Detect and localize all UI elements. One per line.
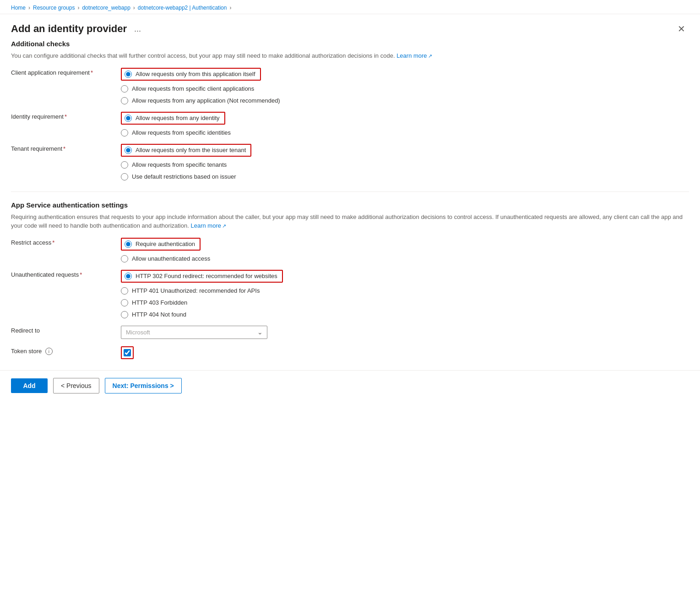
additional-checks-section: Additional checks You can configure addi…: [11, 40, 689, 180]
app-service-auth-desc: Requiring authentication ensures that re…: [11, 213, 689, 230]
token-store-row: Token store i: [11, 346, 689, 359]
unauthenticated-requests-label: Unauthenticated requests*: [11, 270, 121, 278]
page-title: Add an identity provider: [11, 23, 127, 35]
redirect-to-select-wrapper: Microsoft: [121, 326, 267, 339]
additional-checks-title: Additional checks: [11, 40, 689, 48]
restrict-access-option-0[interactable]: Require authentication: [121, 238, 210, 251]
redirect-to-row: Redirect to Microsoft: [11, 326, 689, 339]
app-service-auth-title: App Service authentication settings: [11, 201, 689, 209]
identity-req-radio-group: Allow requests from any identity Allow r…: [121, 112, 231, 137]
breadcrumb-home[interactable]: Home: [11, 5, 26, 11]
additional-checks-learn-more[interactable]: Learn more↗: [396, 52, 432, 59]
tenant-req-label: Tenant requirement*: [11, 144, 121, 152]
restrict-access-option-1[interactable]: Allow unauthenticated access: [121, 255, 210, 262]
unauth-req-option-0[interactable]: HTTP 302 Found redirect: recommended for…: [121, 270, 283, 283]
add-button[interactable]: Add: [11, 378, 48, 393]
redirect-to-label: Redirect to: [11, 326, 121, 334]
identity-req-label: Identity requirement*: [11, 112, 121, 120]
restrict-access-row: Restrict access* Require authentication …: [11, 238, 689, 262]
breadcrumb-authentication[interactable]: dotnetcore-webapp2 | Authentication: [138, 5, 227, 11]
breadcrumb-resource-groups[interactable]: Resource groups: [33, 5, 75, 11]
tenant-option-1[interactable]: Allow requests from specific tenants: [121, 161, 251, 169]
unauth-req-option-2[interactable]: HTTP 403 Forbidden: [121, 299, 283, 306]
close-button[interactable]: ✕: [674, 22, 689, 36]
unauth-req-option-1[interactable]: HTTP 401 Unauthorized: recommended for A…: [121, 287, 283, 295]
unauth-req-option-3[interactable]: HTTP 404 Not found: [121, 311, 283, 318]
restrict-access-label: Restrict access*: [11, 238, 121, 246]
token-store-info-icon: i: [45, 348, 53, 355]
breadcrumb: Home › Resource groups › dotnetcore_weba…: [0, 0, 700, 14]
client-app-option-0[interactable]: Allow requests only from this applicatio…: [121, 68, 280, 81]
identity-req-row: Identity requirement* Allow requests fro…: [11, 112, 689, 137]
identity-option-0[interactable]: Allow requests from any identity: [121, 112, 231, 125]
page-header: Add an identity provider ... ✕: [0, 14, 700, 40]
additional-checks-desc: You can configure additional checks that…: [11, 51, 689, 60]
token-store-checkbox-highlight: [121, 346, 134, 359]
tenant-option-2[interactable]: Use default restrictions based on issuer: [121, 173, 251, 180]
identity-option-1[interactable]: Allow requests from specific identities: [121, 129, 231, 137]
app-service-auth-learn-more[interactable]: Learn more↗: [190, 222, 226, 229]
external-link-icon: ↗: [428, 53, 432, 59]
breadcrumb-dotnetcore-webapp[interactable]: dotnetcore_webapp: [82, 5, 130, 11]
client-app-row: Client application requirement* Allow re…: [11, 68, 689, 104]
tenant-req-radio-group: Allow requests only from the issuer tena…: [121, 144, 251, 180]
client-app-option-1[interactable]: Allow requests from specific client appl…: [121, 85, 280, 93]
unauthenticated-requests-row: Unauthenticated requests* HTTP 302 Found…: [11, 270, 689, 318]
token-store-checkbox-item: [121, 346, 134, 359]
previous-button[interactable]: < Previous: [53, 378, 99, 393]
section-divider: [11, 191, 689, 192]
external-link-icon-2: ↗: [222, 223, 226, 229]
redirect-to-select[interactable]: Microsoft: [121, 326, 267, 339]
tenant-option-0[interactable]: Allow requests only from the issuer tena…: [121, 144, 251, 157]
unauthenticated-requests-radio-group: HTTP 302 Found redirect: recommended for…: [121, 270, 283, 318]
client-app-label: Client application requirement*: [11, 68, 121, 76]
main-content: Additional checks You can configure addi…: [0, 40, 700, 370]
tenant-req-row: Tenant requirement* Allow requests only …: [11, 144, 689, 180]
app-service-auth-section: App Service authentication settings Requ…: [11, 201, 689, 359]
token-store-checkbox[interactable]: [124, 349, 131, 356]
ellipsis-button[interactable]: ...: [132, 22, 143, 36]
next-button[interactable]: Next: Permissions >: [105, 378, 182, 393]
footer: Add < Previous Next: Permissions >: [0, 370, 700, 401]
restrict-access-radio-group: Require authentication Allow unauthentic…: [121, 238, 210, 262]
client-app-radio-group: Allow requests only from this applicatio…: [121, 68, 280, 104]
token-store-label: Token store i: [11, 346, 121, 355]
client-app-option-2[interactable]: Allow requests from any application (Not…: [121, 97, 280, 104]
